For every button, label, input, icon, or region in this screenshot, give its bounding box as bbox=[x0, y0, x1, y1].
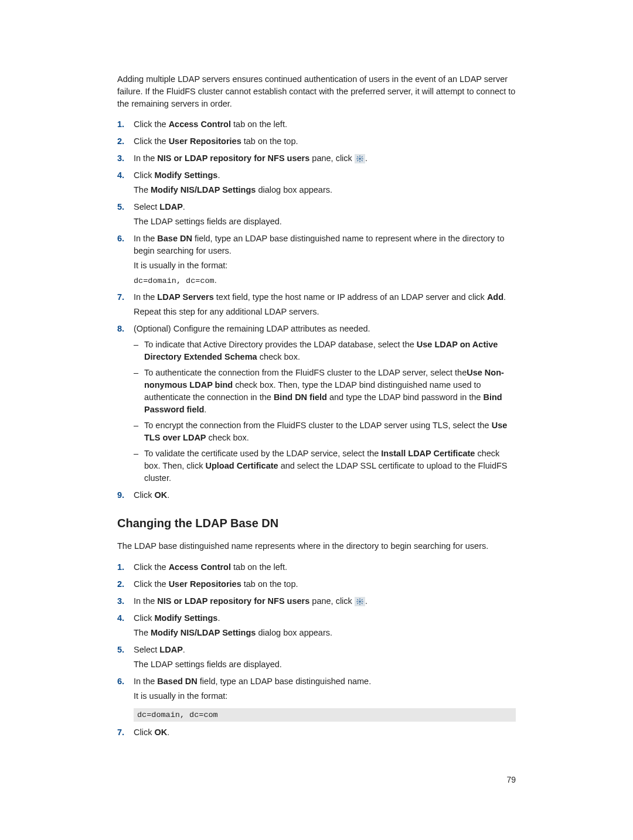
gear-icon bbox=[355, 597, 365, 606]
svg-rect-11 bbox=[359, 603, 360, 605]
steps-section-1: 1. Click the Access Control tab on the l… bbox=[117, 118, 516, 502]
step-number: 2. bbox=[117, 578, 124, 590]
step-4: 4. Click Modify Settings. The Modify NIS… bbox=[117, 612, 516, 639]
step-number: 9. bbox=[117, 489, 124, 501]
svg-rect-6 bbox=[361, 159, 363, 161]
step-3: 3. In the NIS or LDAP repository for NFS… bbox=[117, 152, 516, 165]
bullet-non-anonymous-bind: To authenticate the connection from the … bbox=[134, 367, 516, 416]
step-7: 7. Click OK. bbox=[117, 726, 516, 739]
step-text: In the NIS or LDAP repository for NFS us… bbox=[134, 152, 516, 165]
step-5: 5. Select LDAP. The LDAP settings fields… bbox=[117, 201, 516, 228]
intro-paragraph: Adding multiple LDAP servers ensures con… bbox=[117, 73, 516, 110]
step-text: (Optional) Configure the remaining LDAP … bbox=[134, 323, 516, 484]
step-text: Click the User Repositories tab on the t… bbox=[134, 135, 516, 148]
step-text: Click Modify Settings. The Modify NIS/LD… bbox=[134, 169, 516, 196]
step-text: Click the User Repositories tab on the t… bbox=[134, 578, 516, 590]
step-number: 3. bbox=[117, 595, 124, 607]
step-subtext: It is usually in the format: bbox=[134, 690, 516, 702]
svg-rect-5 bbox=[357, 156, 359, 158]
step-subtext: Repeat this step for any additional LDAP… bbox=[134, 306, 516, 318]
step-1: 1. Click the Access Control tab on the l… bbox=[117, 118, 516, 131]
step-number: 4. bbox=[117, 612, 124, 624]
step-8: 8. (Optional) Configure the remaining LD… bbox=[117, 323, 516, 484]
page-number: 79 bbox=[117, 774, 516, 786]
step-text: In the LDAP Servers text field, type the… bbox=[134, 291, 516, 318]
step-6: 6. In the Base DN field, type an LDAP ba… bbox=[117, 233, 516, 287]
svg-rect-4 bbox=[362, 158, 363, 159]
svg-rect-15 bbox=[361, 602, 363, 604]
bullet-tls: To encrypt the connection from the Fluid… bbox=[134, 419, 516, 444]
step-number: 4. bbox=[117, 169, 124, 182]
step-text: Click the Access Control tab on the left… bbox=[134, 561, 516, 573]
step-number: 1. bbox=[117, 561, 124, 573]
svg-rect-16 bbox=[357, 602, 359, 604]
step-text: Click OK. bbox=[134, 489, 516, 501]
svg-point-0 bbox=[359, 158, 361, 160]
step-text: Select LDAP. The LDAP settings fields ar… bbox=[134, 201, 516, 228]
svg-rect-3 bbox=[356, 158, 358, 159]
section2-intro: The LDAP base distinguished name represe… bbox=[117, 540, 516, 552]
page-body: Adding multiple LDAP servers ensures con… bbox=[76, 0, 557, 821]
step-number: 2. bbox=[117, 135, 124, 148]
step-number: 5. bbox=[117, 644, 124, 656]
step-text: Click the Access Control tab on the left… bbox=[134, 118, 516, 131]
step-code: dc=domain, dc=com. bbox=[134, 274, 516, 287]
step-7: 7. In the LDAP Servers text field, type … bbox=[117, 291, 516, 318]
svg-rect-10 bbox=[359, 598, 360, 600]
step-1: 1. Click the Access Control tab on the l… bbox=[117, 561, 516, 573]
step-number: 8. bbox=[117, 323, 124, 335]
bullet-active-directory: To indicate that Active Directory provid… bbox=[134, 339, 516, 363]
step-2: 2. Click the User Repositories tab on th… bbox=[117, 578, 516, 590]
step-text: In the NIS or LDAP repository for NFS us… bbox=[134, 595, 516, 607]
bullet-certificate: To validate the certificate used by the … bbox=[134, 448, 516, 484]
svg-point-9 bbox=[359, 600, 361, 603]
svg-rect-7 bbox=[357, 159, 359, 161]
step-text: In the Based DN field, type an LDAP base… bbox=[134, 675, 516, 722]
step-text: Click Modify Settings. The Modify NIS/LD… bbox=[134, 612, 516, 639]
step-number: 5. bbox=[117, 201, 124, 213]
svg-rect-1 bbox=[359, 155, 360, 157]
step-subtext: The Modify NIS/LDAP Settings dialog box … bbox=[134, 184, 516, 196]
svg-rect-2 bbox=[359, 161, 360, 162]
step-5: 5. Select LDAP. The LDAP settings fields… bbox=[117, 644, 516, 671]
steps-section-2: 1. Click the Access Control tab on the l… bbox=[117, 561, 516, 739]
svg-rect-8 bbox=[361, 156, 363, 158]
step-text: In the Base DN field, type an LDAP base … bbox=[134, 233, 516, 287]
step-text: Select LDAP. The LDAP settings fields ar… bbox=[134, 644, 516, 671]
step-number: 7. bbox=[117, 726, 124, 739]
svg-rect-13 bbox=[362, 601, 363, 602]
step-2: 2. Click the User Repositories tab on th… bbox=[117, 135, 516, 148]
step-number: 3. bbox=[117, 152, 124, 165]
step-9: 9. Click OK. bbox=[117, 489, 516, 501]
step-subtext: The LDAP settings fields are displayed. bbox=[134, 658, 516, 671]
step-number: 7. bbox=[117, 291, 124, 303]
svg-rect-12 bbox=[356, 601, 358, 602]
code-block: dc=domain, dc=com bbox=[134, 708, 516, 722]
svg-rect-14 bbox=[357, 599, 359, 600]
step-subtext: The Modify NIS/LDAP Settings dialog box … bbox=[134, 627, 516, 639]
step-subtext: It is usually in the format: bbox=[134, 259, 516, 272]
svg-rect-17 bbox=[361, 599, 363, 600]
step-number: 6. bbox=[117, 675, 124, 688]
step-number: 1. bbox=[117, 118, 124, 131]
step-6: 6. In the Based DN field, type an LDAP b… bbox=[117, 675, 516, 722]
step-text: Click OK. bbox=[134, 726, 516, 739]
section-heading-changing-base-dn: Changing the LDAP Base DN bbox=[117, 515, 516, 532]
step-subtext: The LDAP settings fields are displayed. bbox=[134, 216, 516, 228]
step-number: 6. bbox=[117, 233, 124, 245]
step-4: 4. Click Modify Settings. The Modify NIS… bbox=[117, 169, 516, 196]
step8-bullets: To indicate that Active Directory provid… bbox=[134, 339, 516, 484]
step-3: 3. In the NIS or LDAP repository for NFS… bbox=[117, 595, 516, 607]
gear-icon bbox=[355, 154, 365, 163]
